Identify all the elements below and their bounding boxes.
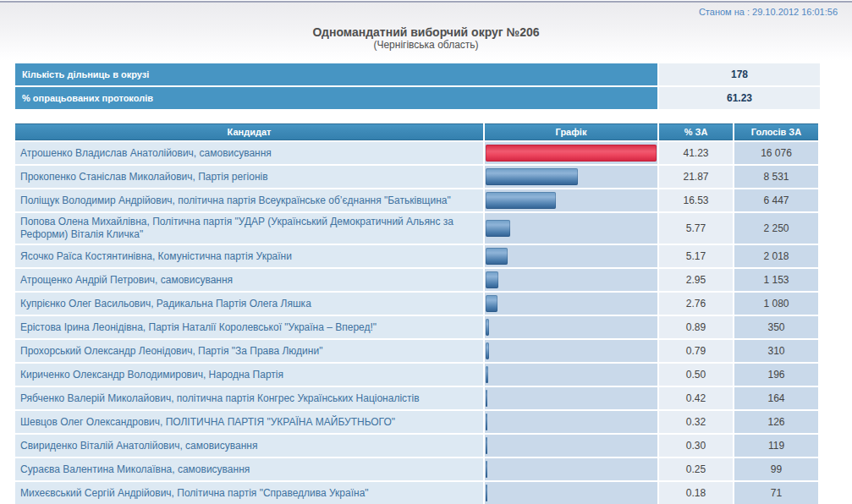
result-bar	[486, 295, 497, 312]
graph-cell	[485, 411, 657, 433]
header-cell-graph: Графік	[485, 123, 657, 140]
status-timestamp: Станом на : 29.10.2012 16:01:56	[699, 7, 838, 17]
result-bar	[486, 271, 498, 288]
summary-value-protocols: 61.23	[659, 87, 820, 109]
graph-cell	[485, 340, 657, 362]
header-cell-votes: Голосів ЗА	[734, 123, 818, 140]
votes-cell: 8 531	[734, 166, 818, 188]
votes-cell: 164	[734, 387, 818, 409]
percent-cell: 16.53	[659, 189, 733, 211]
content: Кількість дільниць в окрузі 178 % опраць…	[15, 63, 820, 504]
candidate-cell: Рябченко Валерій Миколайович, політична …	[15, 387, 483, 409]
results-table: Кандидат Графік % ЗА Голосів ЗА Атрошенк…	[15, 123, 820, 504]
result-bar	[486, 168, 578, 185]
votes-cell: 99	[734, 458, 818, 480]
percent-cell: 21.87	[659, 166, 733, 188]
result-bar	[486, 414, 487, 430]
graph-cell	[485, 293, 657, 315]
table-row: Прохорський Олександр Леонідович, Партія…	[15, 340, 820, 362]
graph-cell	[485, 142, 657, 164]
votes-cell: 16 076	[734, 142, 818, 164]
candidate-cell: Свириденко Віталій Анатолійович, самовис…	[15, 435, 483, 457]
graph-cell	[485, 435, 657, 457]
result-bar	[486, 461, 487, 478]
percent-cell: 0.25	[659, 458, 733, 480]
summary-table: Кількість дільниць в окрузі 178 % опраць…	[15, 63, 820, 109]
candidate-cell: Купрієнко Олег Васильович, Радикальна Па…	[15, 293, 483, 315]
header-cell-candidate: Кандидат	[15, 123, 483, 140]
candidate-cell: Ерістова Ірина Леонідівна, Партія Наталі…	[15, 316, 483, 338]
candidate-cell: Кириченко Олександр Володимирович, Народ…	[15, 364, 483, 386]
percent-cell: 5.17	[659, 245, 733, 267]
page-subtitle: (Чернігівська область)	[0, 39, 852, 52]
result-bar	[486, 319, 489, 336]
table-row: Шевцов Олег Олександрович, ПОЛІТИЧНА ПАР…	[15, 411, 820, 433]
percent-cell: 0.32	[659, 411, 733, 433]
result-bar	[486, 145, 657, 162]
graph-cell	[485, 316, 657, 338]
percent-cell: 0.50	[659, 364, 733, 386]
graph-cell	[485, 189, 657, 211]
result-bar	[486, 220, 510, 237]
graph-cell	[485, 482, 657, 504]
page-header: Станом на : 29.10.2012 16:01:56 Одноманд…	[0, 3, 852, 61]
percent-cell: 0.89	[659, 316, 733, 338]
graph-cell	[485, 387, 657, 409]
votes-cell: 196	[734, 364, 818, 386]
table-row: Кириченко Олександр Володимирович, Народ…	[15, 364, 820, 386]
candidate-cell: Шевцов Олег Олександрович, ПОЛІТИЧНА ПАР…	[15, 411, 483, 433]
table-row: Атрощенко Андрій Петрович, самовисування…	[15, 269, 820, 291]
percent-cell: 0.30	[659, 435, 733, 457]
percent-cell: 0.42	[659, 387, 733, 409]
result-bar	[486, 248, 508, 265]
candidate-cell: Атрошенко Владислав Анатолійович, самови…	[15, 142, 483, 164]
graph-cell	[485, 213, 657, 244]
result-bar	[486, 390, 487, 407]
candidate-cell: Прокопенко Станіслав Миколайович, Партія…	[15, 166, 483, 188]
graph-cell	[485, 269, 657, 291]
graph-cell	[485, 458, 657, 480]
percent-cell: 2.95	[659, 269, 733, 291]
graph-cell	[485, 364, 657, 386]
votes-cell: 119	[734, 435, 818, 457]
votes-cell: 126	[734, 411, 818, 433]
table-row: Купрієнко Олег Васильович, Радикальна Па…	[15, 293, 820, 315]
votes-cell: 2 018	[734, 245, 818, 267]
candidate-cell: Попова Олена Михайлівна, Політична парті…	[15, 213, 483, 244]
result-bar	[486, 192, 556, 209]
page-title: Одномандатний виборчий округ №206	[0, 25, 852, 39]
table-row: Ерістова Ірина Леонідівна, Партія Наталі…	[15, 316, 820, 338]
candidate-cell: Михеєвський Сергій Андрійович, Політична…	[15, 482, 483, 504]
percent-cell: 41.23	[659, 142, 733, 164]
table-row: Атрошенко Владислав Анатолійович, самови…	[15, 142, 820, 164]
votes-cell: 6 447	[734, 189, 818, 211]
table-row: Сураєва Валентина Миколаївна, самовисува…	[15, 458, 820, 480]
table-row: Ясочко Раїса Костянтинівна, Комуністична…	[15, 245, 820, 267]
votes-cell: 1 080	[734, 293, 818, 315]
graph-cell	[485, 245, 657, 267]
candidate-cell: Ясочко Раїса Костянтинівна, Комуністична…	[15, 245, 483, 267]
percent-cell: 0.79	[659, 340, 733, 362]
table-row: Рябченко Валерій Миколайович, політична …	[15, 387, 820, 409]
result-bar	[486, 342, 489, 359]
result-bar	[486, 366, 488, 383]
votes-cell: 350	[734, 316, 818, 338]
percent-cell: 2.76	[659, 293, 733, 315]
table-row: Попова Олена Михайлівна, Політична парті…	[15, 213, 820, 244]
summary-label-precincts: Кількість дільниць в окрузі	[15, 63, 657, 85]
votes-cell: 1 153	[734, 269, 818, 291]
result-bar	[486, 437, 487, 454]
votes-cell: 2 250	[734, 213, 818, 244]
result-bar	[486, 485, 487, 501]
summary-row: Кількість дільниць в окрузі 178	[15, 63, 820, 85]
candidate-cell: Сураєва Валентина Миколаївна, самовисува…	[15, 458, 483, 480]
percent-cell: 0.18	[659, 482, 733, 504]
candidate-cell: Прохорський Олександр Леонідович, Партія…	[15, 340, 483, 362]
candidate-cell: Поліщук Володимир Андрійович, політична …	[15, 189, 483, 211]
graph-cell	[485, 166, 657, 188]
results-header-row: Кандидат Графік % ЗА Голосів ЗА	[15, 123, 820, 140]
table-row: Прокопенко Станіслав Миколайович, Партія…	[15, 166, 820, 188]
header-cell-percent: % ЗА	[659, 123, 733, 140]
summary-label-protocols: % опрацьованих протоколів	[15, 87, 657, 109]
table-row: Свириденко Віталій Анатолійович, самовис…	[15, 435, 820, 457]
